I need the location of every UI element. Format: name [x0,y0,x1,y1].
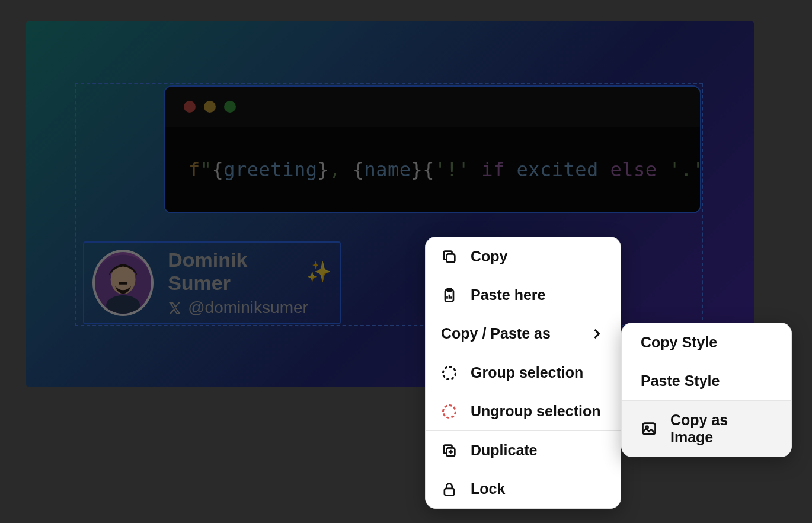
code-window[interactable]: f"{greeting}, {name}{'!' if excited else… [164,85,701,213]
code-token: { [212,158,224,181]
clipboard-icon [441,287,458,304]
svg-rect-2 [119,282,127,285]
menu-item-label: Paste here [471,286,545,304]
svg-rect-10 [445,488,454,495]
avatar [92,250,154,316]
group-icon [441,365,458,381]
menu-item-label: Ungroup selection [471,403,600,420]
duplicate-icon [441,442,458,459]
code-token: name [364,158,411,181]
code-token: { [353,158,365,181]
image-icon [641,420,657,437]
menu-item-label: Duplicate [471,442,538,459]
code-token: '.' [669,158,701,181]
submenu-item-paste-style[interactable]: Paste Style [622,362,791,400]
code-token: greeting [223,158,317,181]
menu-item-label: Copy [471,248,508,265]
code-token: excited [516,158,610,181]
close-icon [184,101,196,113]
menu-item-paste-here[interactable]: Paste here [426,276,621,314]
menu-item-label: Lock [471,480,505,498]
author-name-label: Dominik Sumer [168,248,300,295]
menu-item-label: Paste Style [641,372,720,390]
code-token: { [423,158,434,181]
minimize-icon [204,101,216,113]
svg-point-8 [443,405,456,417]
menu-item-lock[interactable]: Lock [426,470,621,508]
window-traffic-lights [165,87,700,127]
x-icon [168,301,182,315]
author-text: Dominik Sumer ✨ @dominiksumer [168,248,331,317]
submenu-item-copy-as-image[interactable]: Copy as Image [622,401,791,457]
maximize-icon [224,101,236,113]
menu-item-copy[interactable]: Copy [426,237,621,276]
menu-item-ungroup[interactable]: Ungroup selection [426,392,621,430]
author-handle-label: @dominiksumer [188,298,308,317]
code-token: " [200,158,212,181]
context-submenu: Copy Style Paste Style Copy as Image [621,323,792,457]
author-handle: @dominiksumer [168,298,331,317]
menu-item-label: Copy as Image [670,412,772,446]
code-token: } [411,158,423,181]
author-name: Dominik Sumer ✨ [168,248,331,295]
code-token: f [188,158,200,181]
svg-point-7 [443,366,456,379]
code-token: else [610,158,669,181]
menu-item-label: Group selection [471,364,583,381]
code-content: f"{greeting}, {name}{'!' if excited else… [165,127,700,212]
submenu-item-copy-style[interactable]: Copy Style [622,323,791,362]
chevron-right-icon [589,326,605,342]
copy-icon [441,248,458,265]
menu-item-duplicate[interactable]: Duplicate [426,431,621,470]
code-token: , [329,158,353,181]
ungroup-icon [441,403,458,420]
context-menu: Copy Paste here Copy / Paste as Group se… [425,237,621,509]
menu-item-label: Copy Style [641,334,717,351]
lock-icon [441,481,458,498]
menu-item-label: Copy / Paste as [441,325,551,342]
author-card[interactable]: Dominik Sumer ✨ @dominiksumer [83,241,341,324]
menu-item-copy-paste-as[interactable]: Copy / Paste as [426,314,621,353]
sparkles-icon: ✨ [306,260,331,283]
code-token: if [481,158,516,181]
code-token: } [317,158,329,181]
svg-rect-4 [446,254,455,262]
menu-item-group[interactable]: Group selection [426,353,621,392]
code-token: '!' [434,158,481,181]
